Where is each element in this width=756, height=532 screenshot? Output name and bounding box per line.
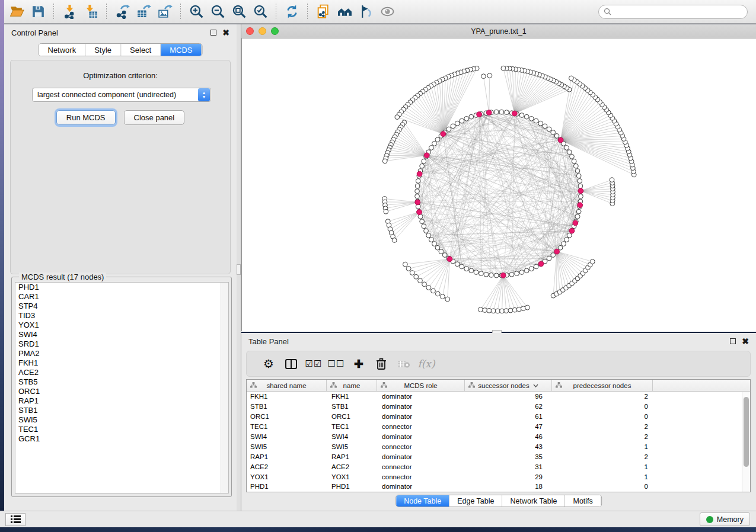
node[interactable] — [500, 309, 505, 313]
node[interactable] — [455, 262, 460, 267]
float-panel-icon[interactable] — [210, 30, 216, 36]
node[interactable] — [414, 274, 419, 279]
node[interactable] — [562, 242, 566, 246]
node[interactable] — [494, 110, 499, 114]
network-canvas[interactable] — [241, 39, 756, 331]
node[interactable] — [512, 307, 517, 312]
node[interactable] — [564, 146, 569, 150]
node[interactable] — [579, 194, 583, 198]
column-header-shared-name[interactable]: shared name — [247, 380, 327, 391]
node[interactable] — [406, 267, 411, 271]
zoom-selected-button[interactable] — [250, 2, 271, 21]
table-row[interactable]: SWI4 SWI4 dominator 46 2 — [247, 432, 750, 442]
mcds-node[interactable] — [578, 203, 583, 208]
tab-node-table[interactable]: Node Table — [396, 495, 449, 507]
node[interactable] — [435, 291, 440, 296]
node[interactable] — [424, 229, 429, 233]
table-row[interactable]: RAP1 RAP1 dominator 35 2 — [247, 451, 750, 462]
node[interactable] — [567, 150, 572, 155]
table-scrollbar[interactable] — [742, 392, 749, 492]
node[interactable] — [439, 249, 444, 254]
function-builder-button[interactable]: f(x) — [415, 358, 438, 370]
mcds-node[interactable] — [477, 112, 482, 117]
node[interactable] — [446, 127, 451, 132]
node[interactable] — [519, 113, 524, 118]
node[interactable] — [551, 130, 556, 135]
node[interactable] — [395, 115, 400, 120]
node[interactable] — [534, 118, 538, 123]
mcds-node[interactable] — [417, 210, 422, 215]
node[interactable] — [590, 259, 595, 264]
node[interactable] — [420, 219, 425, 224]
create-column-button[interactable]: ✚ — [347, 357, 370, 371]
mcds-node[interactable] — [447, 257, 452, 262]
node[interactable] — [415, 184, 420, 188]
zoom-fit-button[interactable] — [228, 2, 250, 21]
mcds-node[interactable] — [415, 200, 420, 205]
node[interactable] — [567, 233, 572, 238]
network-graph[interactable] — [242, 39, 756, 331]
float-panel-icon[interactable] — [730, 338, 736, 344]
node[interactable] — [573, 164, 578, 168]
search-input[interactable] — [611, 8, 747, 16]
node[interactable] — [547, 256, 551, 261]
table-row[interactable]: SWI5 SWI5 connector 43 1 — [247, 441, 750, 451]
close-panel-icon[interactable]: ✖ — [222, 30, 229, 36]
mcds-result-item[interactable]: STB5 — [15, 377, 228, 387]
export-table-button[interactable] — [133, 2, 154, 21]
table-row[interactable]: TEC1 TEC1 connector 47 2 — [247, 422, 750, 432]
node[interactable] — [543, 124, 547, 129]
mcds-result-item[interactable]: SWI4 — [15, 330, 228, 339]
node[interactable] — [564, 238, 569, 242]
node[interactable] — [570, 154, 575, 159]
node[interactable] — [426, 233, 431, 238]
node[interactable] — [554, 134, 559, 139]
node[interactable] — [382, 159, 387, 164]
table-row[interactable]: PHD1 PHD1 dominator 18 0 — [247, 482, 750, 492]
search-box[interactable] — [598, 5, 748, 19]
node[interactable] — [479, 271, 483, 276]
network-window-titlebar[interactable]: YPA_prune.txt_1 — [241, 24, 756, 39]
node[interactable] — [483, 308, 487, 313]
node[interactable] — [464, 267, 469, 271]
node[interactable] — [469, 268, 474, 273]
table-row[interactable]: FKH1 FKH1 dominator 96 2 — [247, 392, 750, 402]
node[interactable] — [538, 121, 543, 126]
node[interactable] — [494, 273, 499, 278]
node[interactable] — [441, 294, 445, 299]
node[interactable] — [460, 118, 464, 123]
node[interactable] — [489, 273, 494, 277]
table-row[interactable]: ORC1 ORC1 dominator 61 0 — [247, 412, 750, 422]
node[interactable] — [524, 114, 529, 119]
node[interactable] — [481, 74, 486, 79]
mcds-node[interactable] — [558, 137, 563, 143]
mcds-result-item[interactable]: RAP1 — [15, 396, 228, 406]
unselect-all-columns-button[interactable]: ☐☐ — [325, 358, 347, 369]
node[interactable] — [508, 308, 513, 313]
node[interactable] — [455, 121, 460, 126]
node[interactable] — [578, 184, 583, 188]
task-history-button[interactable] — [5, 513, 25, 526]
node[interactable] — [432, 242, 437, 246]
node[interactable] — [429, 238, 433, 242]
table-row[interactable]: YOX1 YOX1 connector 29 1 — [247, 472, 750, 482]
mcds-result-item[interactable]: YOX1 — [15, 321, 228, 330]
mcds-node[interactable] — [500, 273, 506, 278]
node[interactable] — [451, 124, 455, 129]
mcds-node[interactable] — [512, 111, 517, 116]
vertical-splitter-handle[interactable] — [237, 264, 241, 275]
mcds-node[interactable] — [424, 153, 429, 158]
mcds-node[interactable] — [486, 110, 492, 116]
node[interactable] — [491, 309, 496, 313]
select-all-columns-button[interactable]: ☑☑ — [302, 358, 325, 369]
zoom-in-button[interactable] — [186, 2, 207, 21]
column-header-predecessor-nodes[interactable]: predecessor nodes — [552, 380, 653, 391]
node[interactable] — [420, 164, 425, 168]
column-header-successor-nodes[interactable]: successor nodes — [465, 380, 552, 391]
mcds-node[interactable] — [578, 188, 583, 194]
save-session-button[interactable] — [27, 2, 49, 21]
mcds-result-item[interactable]: PHD1 — [15, 283, 228, 292]
open-session-button[interactable] — [6, 2, 27, 21]
vertical-splitter[interactable] — [237, 24, 241, 511]
mcds-result-item[interactable]: GCR1 — [15, 434, 228, 444]
